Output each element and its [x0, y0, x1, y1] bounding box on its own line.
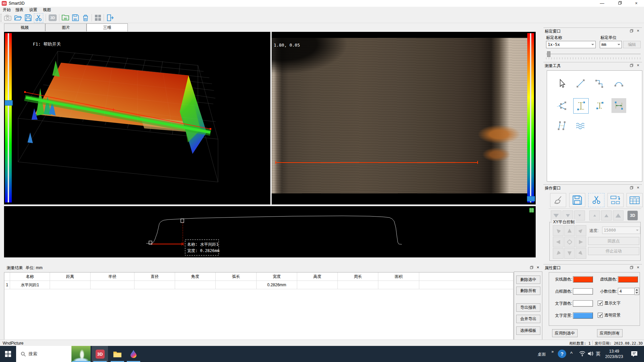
- move-up-left-button[interactable]: [553, 225, 564, 236]
- column-header-radius[interactable]: 半径: [91, 273, 135, 281]
- move-right-button[interactable]: [576, 237, 586, 247]
- column-header-height[interactable]: 高度: [297, 273, 338, 281]
- tab-video[interactable]: 视频: [4, 23, 45, 31]
- color-scale-slider[interactable]: [5, 100, 13, 106]
- angle-tool[interactable]: [554, 98, 569, 113]
- menu-settings[interactable]: 设置: [28, 7, 39, 12]
- close-panel-icon[interactable]: ×: [637, 265, 639, 270]
- clear-button[interactable]: [550, 193, 566, 207]
- parallel-distance-tool[interactable]: [554, 118, 569, 133]
- column-header-angle[interactable]: 角度: [175, 273, 216, 281]
- column-header-area[interactable]: 面积: [378, 273, 419, 281]
- edit-calibration-button[interactable]: 编辑: [623, 41, 641, 48]
- operation-panel-header[interactable]: 操作窗口 ×: [543, 184, 642, 191]
- menu-report[interactable]: 报表: [14, 7, 25, 12]
- layout-button[interactable]: [94, 13, 102, 22]
- delete-all-button[interactable]: 删除所有: [516, 287, 540, 295]
- cut-button[interactable]: [34, 13, 43, 23]
- speaker-icon[interactable]: [588, 351, 594, 356]
- return-origin-button[interactable]: 回原点: [588, 237, 639, 245]
- column-header-width[interactable]: 宽度: [257, 273, 297, 281]
- camera-button[interactable]: [3, 13, 12, 22]
- float-panel-icon[interactable]: [530, 266, 533, 269]
- input-language-indicator[interactable]: 英: [596, 351, 600, 357]
- float-panel-icon[interactable]: [630, 29, 633, 33]
- point-color-swatch[interactable]: [573, 288, 593, 295]
- close-panel-icon[interactable]: ×: [637, 28, 639, 33]
- horizontal-distance-tool[interactable]: [611, 98, 626, 113]
- column-header-name[interactable]: 名称: [10, 273, 50, 281]
- exit-button[interactable]: [106, 13, 114, 22]
- column-header-distance[interactable]: 距离: [50, 273, 91, 281]
- move-left-button[interactable]: [553, 237, 564, 247]
- transparent-bg-checkbox[interactable]: [598, 313, 603, 318]
- delete-selected-button[interactable]: 删除选中: [516, 276, 540, 284]
- vertical-distance-tool[interactable]: [573, 98, 589, 114]
- export-report-button[interactable]: 导出报表: [516, 303, 540, 312]
- move-up-large-button[interactable]: [613, 210, 624, 221]
- swap-views-button[interactable]: [607, 193, 624, 207]
- calibration-panel-header[interactable]: 标定窗口 ×: [543, 27, 642, 34]
- solid-color-swatch[interactable]: [573, 276, 593, 283]
- taskbar-search[interactable]: 搜索: [16, 346, 91, 362]
- microscope-image-view[interactable]: 1.80, 0.05: [272, 32, 536, 204]
- select-template-button[interactable]: 选择模板: [516, 326, 540, 335]
- table-button[interactable]: [627, 193, 643, 207]
- desktop-label[interactable]: 桌面: [538, 352, 546, 357]
- profile-chart-panel[interactable]: 名称: 水平间距1 宽度: 0.2826mm: [4, 206, 536, 257]
- calibration-slider-handle[interactable]: [547, 51, 550, 57]
- grid-toggle-icon[interactable]: [529, 208, 534, 213]
- calibration-unit-select[interactable]: mm: [600, 41, 622, 48]
- text-bg-swatch[interactable]: [573, 312, 593, 319]
- tools-panel-header[interactable]: 测量工具 ×: [543, 62, 642, 68]
- taskbar-app-explorer[interactable]: [109, 346, 125, 362]
- search-highlight-image[interactable]: [71, 346, 91, 362]
- move-down-button[interactable]: [564, 248, 575, 259]
- properties-panel-header[interactable]: 属性窗口 ×: [543, 264, 642, 270]
- text-color-swatch[interactable]: [573, 300, 593, 307]
- show-hidden-icons[interactable]: ^: [570, 351, 573, 356]
- merge-export-button[interactable]: 合并导出: [516, 315, 540, 323]
- toolbar-grip[interactable]: [1, 14, 2, 22]
- column-header-arclength[interactable]: 弧长: [216, 273, 257, 281]
- open-3d-button[interactable]: 3D: [61, 13, 70, 22]
- line-tool[interactable]: [573, 76, 588, 91]
- tab-3d[interactable]: 三维: [87, 23, 128, 32]
- notification-icon[interactable]: [631, 351, 638, 357]
- clock[interactable]: 13:49 2023/8/23: [604, 349, 625, 359]
- taskbar-app-smart3d[interactable]: 3D: [92, 346, 108, 362]
- start-button[interactable]: [0, 346, 16, 362]
- measurement-line[interactable]: [276, 162, 478, 163]
- move-up-medium-button[interactable]: [601, 210, 612, 221]
- calibration-slider-track[interactable]: [546, 54, 641, 54]
- move-down-left-button[interactable]: [553, 248, 564, 259]
- dashed-color-swatch[interactable]: [618, 276, 638, 283]
- wifi-icon[interactable]: [579, 351, 585, 356]
- restore-button[interactable]: [612, 0, 628, 7]
- calibration-name-select[interactable]: 1x-5x: [546, 41, 596, 48]
- save-button[interactable]: [24, 13, 33, 22]
- cut-result-button[interactable]: [588, 193, 604, 207]
- close-panel-icon[interactable]: ×: [637, 63, 639, 68]
- close-button[interactable]: ×: [629, 0, 644, 7]
- float-panel-icon[interactable]: [630, 266, 633, 269]
- overflow-chevrons[interactable]: »: [551, 349, 554, 354]
- polyline-tool[interactable]: [592, 76, 607, 91]
- open-button[interactable]: [14, 13, 22, 22]
- save-3d-button[interactable]: 3D: [71, 13, 80, 22]
- apply-all-button[interactable]: 应用到所有: [597, 329, 623, 337]
- table-row[interactable]: 1 水平间距1 0.2826mm: [4, 281, 513, 289]
- apply-selected-button[interactable]: 应用到选中: [552, 329, 578, 337]
- 3d-mode-button[interactable]: 3D: [627, 210, 638, 221]
- decimal-spinner[interactable]: 4: [618, 288, 635, 295]
- save-result-button[interactable]: [569, 193, 585, 207]
- menu-start[interactable]: 开始: [1, 7, 12, 12]
- float-panel-icon[interactable]: [630, 186, 633, 189]
- height-tool[interactable]: [592, 98, 607, 113]
- arc-tool[interactable]: [611, 76, 626, 91]
- help-tray-icon[interactable]: ?: [558, 350, 566, 358]
- results-table[interactable]: 名称 距离 半径 直径 角度 弧长 宽度 高度 周长 面积 1 水平间距1 0.…: [4, 272, 514, 340]
- move-down-small-button[interactable]: [574, 210, 585, 221]
- wave-tool[interactable]: [573, 118, 588, 133]
- float-panel-icon[interactable]: [630, 64, 633, 67]
